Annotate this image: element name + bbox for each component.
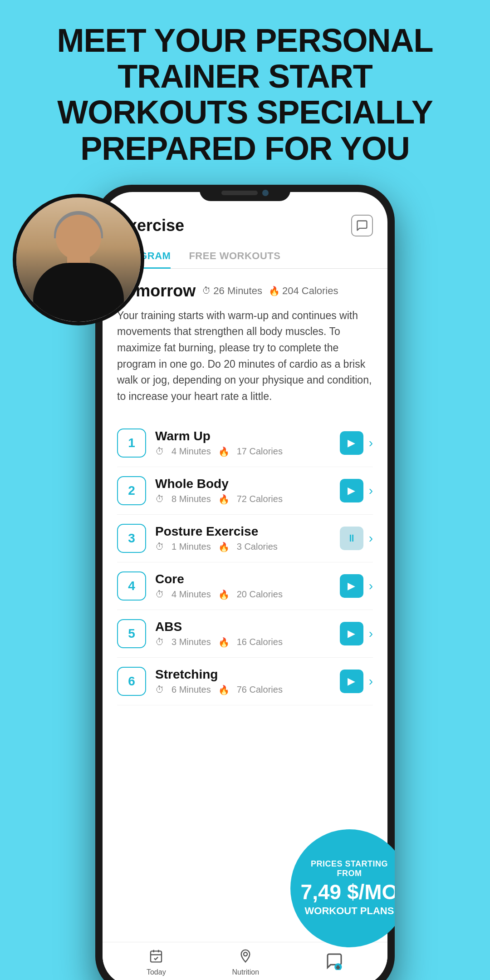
workout-item-2: 2 Whole Body ⏱ 8 Minutes 🔥 72 Calories	[117, 467, 373, 515]
section-description: Your training starts with warm-up and co…	[117, 308, 373, 405]
front-camera	[262, 190, 269, 196]
workout-item-1: 1 Warm Up ⏱ 4 Minutes 🔥 17 Calories	[117, 419, 373, 467]
tab-today[interactable]: Today	[147, 949, 166, 976]
workout-number-5: 5	[117, 619, 146, 648]
workout-info-1: Warm Up ⏱ 4 Minutes 🔥 17 Calories	[155, 429, 340, 457]
chat-tab-icon: +	[325, 952, 343, 973]
workout-minutes-1: 4 Minutes	[172, 446, 211, 457]
clock-icon-3: ⏱	[155, 542, 164, 552]
today-icon	[149, 949, 163, 966]
tab-bar: PROGRAM FREE WORKOUTS	[103, 244, 387, 269]
speaker	[221, 191, 258, 195]
workout-actions-3: ⏸ ›	[340, 527, 373, 550]
workout-item-3: 3 Posture Exercise ⏱ 1 Minutes 🔥 3 Calor…	[117, 515, 373, 562]
svg-rect-0	[151, 951, 162, 962]
workout-info-4: Core ⏱ 4 Minutes 🔥 20 Calories	[155, 572, 340, 600]
chevron-icon-4[interactable]: ›	[369, 579, 373, 593]
workout-name-6: Stretching	[155, 667, 340, 682]
clock-icon-1: ⏱	[155, 446, 164, 457]
chat-icon-button[interactable]	[351, 215, 373, 236]
play-button-1[interactable]: ▶	[340, 431, 363, 455]
chevron-icon-2[interactable]: ›	[369, 483, 373, 498]
pricing-label: WORKOUT PLANS	[305, 905, 394, 917]
bottom-tab-bar: Today Nutrition	[103, 942, 387, 980]
fire-icon: 🔥	[269, 286, 280, 296]
tab-nutrition[interactable]: Nutrition	[232, 949, 260, 976]
workout-meta-6: ⏱ 6 Minutes 🔥 76 Calories	[155, 685, 340, 695]
fire-icon-2: 🔥	[218, 494, 230, 505]
workout-calories-6: 76 Calories	[237, 685, 283, 695]
fire-icon-4: 🔥	[218, 589, 230, 600]
tab-free-workouts[interactable]: FREE WORKOUTS	[189, 244, 280, 268]
workout-actions-6: ▶ ›	[340, 670, 373, 693]
phone-notch	[200, 185, 290, 201]
pricing-price: 7,49 $/MO	[301, 881, 395, 904]
workout-calories-4: 20 Calories	[237, 589, 283, 600]
workout-item-4: 4 Core ⏱ 4 Minutes 🔥 20 Calories	[117, 562, 373, 610]
fire-icon-1: 🔥	[218, 446, 230, 457]
svg-text:+: +	[337, 965, 339, 970]
workout-number-3: 3	[117, 524, 146, 553]
workout-calories-5: 16 Calories	[237, 637, 283, 647]
workout-meta-2: ⏱ 8 Minutes 🔥 72 Calories	[155, 494, 340, 505]
clock-icon-2: ⏱	[155, 494, 164, 504]
play-button-4[interactable]: ▶	[340, 574, 363, 598]
play-button-5[interactable]: ▶	[340, 622, 363, 645]
workout-meta-1: ⏱ 4 Minutes 🔥 17 Calories	[155, 446, 340, 457]
section-header: Tomorrow ⏱ 26 Minutes 🔥 204 Calories	[117, 281, 373, 300]
workout-minutes-3: 1 Minutes	[172, 542, 211, 552]
tab-today-label: Today	[147, 968, 166, 976]
trainer-avatar	[13, 194, 144, 325]
workout-number-4: 4	[117, 571, 146, 601]
tab-chat[interactable]: +	[325, 952, 343, 973]
workout-info-5: ABS ⏱ 3 Minutes 🔥 16 Calories	[155, 620, 340, 648]
workout-actions-1: ▶ ›	[340, 431, 373, 455]
workout-name-1: Warm Up	[155, 429, 340, 443]
nutrition-icon	[238, 949, 253, 966]
pause-button-3[interactable]: ⏸	[340, 527, 363, 550]
workout-item-5: 5 ABS ⏱ 3 Minutes 🔥 16 Calories	[117, 610, 373, 658]
fire-icon-5: 🔥	[218, 637, 230, 648]
minutes-value: 26 Minutes	[213, 285, 262, 297]
clock-icon-5: ⏱	[155, 637, 164, 647]
workout-name-5: ABS	[155, 620, 340, 634]
workout-minutes-2: 8 Minutes	[172, 494, 211, 504]
workout-item-6: 6 Stretching ⏱ 6 Minutes 🔥 76 Calories	[117, 658, 373, 705]
workout-minutes-6: 6 Minutes	[172, 685, 211, 695]
workout-calories-2: 72 Calories	[237, 494, 283, 504]
workout-info-6: Stretching ⏱ 6 Minutes 🔥 76 Calories	[155, 667, 340, 695]
phone-section: Exercise PROGRAM FREE WORKOUTS	[0, 185, 490, 980]
workout-meta-4: ⏱ 4 Minutes 🔥 20 Calories	[155, 589, 340, 600]
clock-icon: ⏱	[202, 286, 211, 296]
section-meta: ⏱ 26 Minutes 🔥 204 Calories	[202, 285, 338, 297]
workout-name-4: Core	[155, 572, 340, 586]
clock-icon-6: ⏱	[155, 685, 164, 695]
workout-meta-5: ⏱ 3 Minutes 🔥 16 Calories	[155, 637, 340, 648]
tab-nutrition-label: Nutrition	[232, 968, 260, 976]
play-button-6[interactable]: ▶	[340, 670, 363, 693]
workout-calories-1: 17 Calories	[237, 446, 283, 457]
svg-point-4	[244, 952, 247, 956]
workout-number-6: 6	[117, 667, 146, 696]
phone-frame: Exercise PROGRAM FREE WORKOUTS	[95, 185, 395, 980]
fire-icon-3: 🔥	[218, 542, 230, 552]
workout-minutes-4: 4 Minutes	[172, 589, 211, 600]
hero-title: MEET YOUR PERSONAL TRAINER START WORKOUT…	[0, 0, 490, 176]
play-button-2[interactable]: ▶	[340, 479, 363, 502]
workout-actions-2: ▶ ›	[340, 479, 373, 502]
workout-info-3: Posture Exercise ⏱ 1 Minutes 🔥 3 Calorie…	[155, 524, 340, 552]
workout-info-2: Whole Body ⏱ 8 Minutes 🔥 72 Calories	[155, 477, 340, 505]
chevron-icon-5[interactable]: ›	[369, 626, 373, 641]
workout-actions-5: ▶ ›	[340, 622, 373, 645]
workout-number-2: 2	[117, 476, 146, 505]
chevron-icon-3[interactable]: ›	[369, 531, 373, 546]
chevron-icon-6[interactable]: ›	[369, 674, 373, 689]
fire-icon-6: 🔥	[218, 685, 230, 695]
workout-name-3: Posture Exercise	[155, 524, 340, 539]
workout-calories-3: 3 Calories	[237, 542, 278, 552]
workout-minutes-5: 3 Minutes	[172, 637, 211, 647]
chevron-icon-1[interactable]: ›	[369, 436, 373, 450]
workout-number-1: 1	[117, 428, 146, 458]
calories-meta: 🔥 204 Calories	[269, 285, 338, 297]
clock-icon-4: ⏱	[155, 589, 164, 600]
